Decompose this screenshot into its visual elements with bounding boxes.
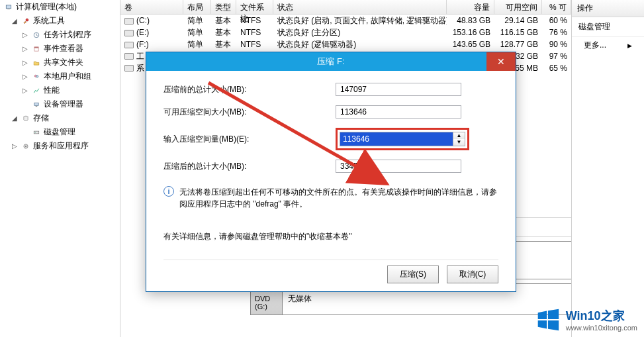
col-status[interactable]: 状态 [273, 0, 447, 14]
shared-folder-icon [31, 58, 42, 68]
shrink-button[interactable]: 压缩(S) [387, 265, 439, 283]
svg-rect-1 [7, 9, 10, 9]
actions-more[interactable]: 更多... ▶ [572, 37, 644, 54]
svg-rect-8 [34, 103, 38, 105]
tree-local-users[interactable]: ▷ 本地用户和组 [0, 70, 120, 83]
svg-point-7 [36, 75, 38, 77]
tree-device-manager[interactable]: ▷ 设备管理器 [0, 97, 120, 111]
dialog-buttons: 压缩(S) 取消(C) [163, 260, 498, 283]
volume-icon [124, 18, 134, 24]
total-after-label: 压缩后的总计大小(MB): [163, 161, 336, 172]
collapse-icon[interactable]: ◢ [11, 115, 19, 122]
shrink-dialog: 压缩 F: ✕ 压缩前的总计大小(MB): 147097 可用压缩空间大小(MB… [146, 52, 516, 292]
tree-label: 系统工具 [33, 15, 65, 26]
table-row[interactable]: (F:)简单基本NTFS状态良好 (逻辑驱动器)143.65 GB128.77 … [120, 38, 571, 50]
col-free[interactable]: 可用空间 [494, 0, 542, 14]
svg-rect-11 [34, 131, 39, 134]
tree-shared-folders[interactable]: ▷ 共享文件夹 [0, 56, 120, 70]
tree-disk-management[interactable]: ▷ 磁盘管理 [0, 125, 120, 139]
watermark-text: Win10之家 www.win10xitong.com [566, 308, 637, 332]
table-row[interactable]: (C:)简单基本NTFS状态良好 (启动, 页面文件, 故障转储, 逻辑驱动器)… [120, 15, 571, 26]
expand-icon[interactable]: ▷ [21, 73, 29, 80]
cancel-button[interactable]: 取消(C) [447, 265, 498, 283]
close-icon: ✕ [497, 56, 505, 67]
users-icon [31, 72, 42, 82]
col-pct[interactable]: % 可 [542, 0, 571, 14]
expand-icon[interactable]: ▷ [11, 142, 19, 150]
info-row: i 无法将卷压缩到超出任何不可移动的文件所在的点。有关完成该操作时间的详细信息，… [163, 182, 498, 219]
watermark-url: www.win10xitong.com [566, 324, 637, 332]
expand-icon[interactable]: ▷ [21, 31, 29, 38]
nav-tree: 计算机管理(本地) ◢ 系统工具 ▷ 任务计划程序 ▷ 事件查看器 ▷ 共享文件… [0, 0, 120, 337]
dialog-titlebar[interactable]: 压缩 F: ✕ [146, 52, 516, 71]
actions-panel: 操作 磁盘管理 更多... ▶ [571, 0, 644, 337]
close-button[interactable]: ✕ [486, 52, 516, 71]
spin-down[interactable]: ▼ [453, 139, 465, 146]
input-label: 输入压缩空间量(MB)(E): [163, 134, 336, 145]
tools-icon [21, 16, 31, 26]
svg-rect-9 [36, 105, 38, 106]
tree-storage[interactable]: ◢ 存储 [0, 111, 120, 125]
actions-header: 操作 [572, 0, 644, 17]
device-icon [31, 99, 42, 110]
col-type[interactable]: 类型 [211, 0, 236, 14]
tree-services-apps[interactable]: ▷ 服务和应用程序 [0, 139, 120, 153]
total-after-value: 33451 [336, 160, 461, 173]
col-fs[interactable]: 文件系统 [236, 0, 273, 14]
performance-icon [31, 85, 42, 96]
expand-icon[interactable]: ▷ [21, 45, 29, 52]
tree-label: 任务计划程序 [44, 29, 91, 40]
volume-icon [124, 30, 134, 36]
tree-task-scheduler[interactable]: ▷ 任务计划程序 [0, 28, 120, 42]
shrink-spinner[interactable]: ▲ ▼ [340, 132, 465, 146]
watermark-brand: Win10之家 [566, 308, 637, 324]
info-message: 无法将卷压缩到超出任何不可移动的文件所在的点。有关完成该操作时间的详细信息，请参… [179, 186, 498, 210]
chevron-right-icon: ▶ [627, 42, 632, 49]
watermark: Win10之家 www.win10xitong.com [535, 308, 637, 332]
volume-icon [124, 53, 134, 60]
storage-icon [21, 113, 31, 124]
computer-icon [3, 2, 14, 13]
tree-root[interactable]: 计算机管理(本地) [0, 0, 120, 14]
info-icon: i [163, 186, 174, 197]
disk-mgmt-icon [31, 127, 42, 138]
tree-label: 性能 [44, 85, 60, 96]
tree-performance[interactable]: ▷ 性能 [0, 83, 120, 97]
total-before-label: 压缩前的总计大小(MB): [163, 84, 336, 95]
svg-rect-0 [6, 5, 11, 8]
help-message: 有关详细信息，请参阅磁盘管理帮助中的"收缩基本卷" [163, 219, 498, 260]
col-capacity[interactable]: 容量 [447, 0, 494, 14]
actions-more-label: 更多... [584, 40, 606, 51]
shrink-input-highlight: ▲ ▼ [336, 128, 469, 150]
total-before-value: 147097 [336, 83, 461, 96]
col-layout[interactable]: 布局 [183, 0, 211, 14]
svg-rect-5 [34, 46, 38, 48]
svg-point-2 [26, 19, 28, 21]
tree-system-tools[interactable]: ◢ 系统工具 [0, 14, 120, 28]
volume-header: 卷 布局 类型 文件系统 状态 容量 可用空间 % 可 [120, 0, 571, 15]
tree-label: 服务和应用程序 [33, 140, 89, 152]
tree-label: 设备管理器 [44, 99, 83, 110]
volume-icon [124, 42, 134, 48]
tree-label: 本地用户和组 [44, 71, 91, 82]
table-row[interactable]: (E:)简单基本NTFS状态良好 (主分区)153.16 GB116.15 GB… [120, 26, 571, 38]
dialog-title: 压缩 F: [317, 56, 344, 68]
shrink-input[interactable] [340, 132, 453, 146]
volume-icon [124, 65, 134, 72]
available-label: 可用压缩空间大小(MB): [163, 107, 336, 118]
svg-point-14 [25, 146, 26, 147]
expand-icon[interactable]: ▷ [21, 59, 29, 66]
expand-icon[interactable]: ▷ [21, 87, 29, 94]
actions-diskmgmt[interactable]: 磁盘管理 [572, 17, 644, 37]
col-volume[interactable]: 卷 [120, 0, 183, 14]
svg-point-12 [35, 132, 36, 132]
available-value: 113646 [336, 105, 461, 119]
dvd-label: DVD (G:) [255, 295, 278, 311]
windows-logo-icon [535, 308, 561, 332]
tree-event-viewer[interactable]: ▷ 事件查看器 [0, 42, 120, 56]
services-icon [21, 141, 31, 152]
collapse-icon[interactable]: ◢ [11, 17, 19, 24]
spin-up[interactable]: ▲ [453, 132, 465, 139]
tree-label: 磁盘管理 [44, 126, 75, 138]
tree-label: 共享文件夹 [44, 57, 83, 68]
